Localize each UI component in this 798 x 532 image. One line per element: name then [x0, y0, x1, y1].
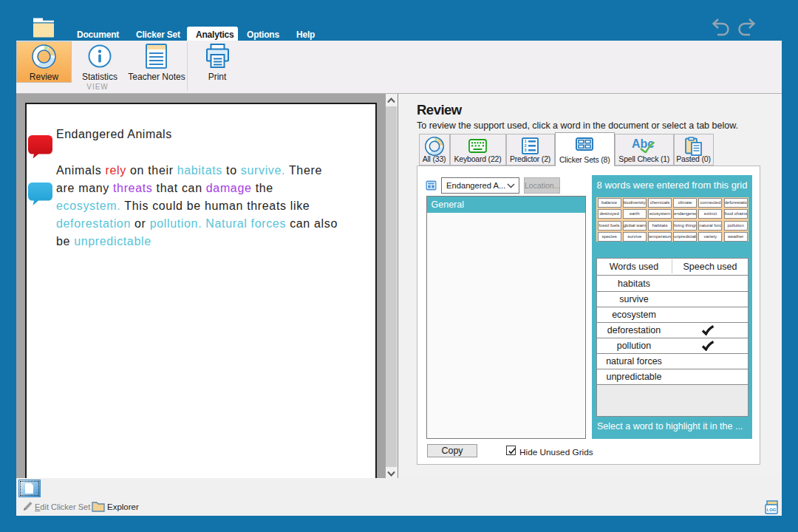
svg-text:3: 3: [524, 148, 526, 152]
svg-text:LOG: LOG: [767, 508, 777, 512]
svg-text:Abc: Abc: [632, 137, 654, 150]
